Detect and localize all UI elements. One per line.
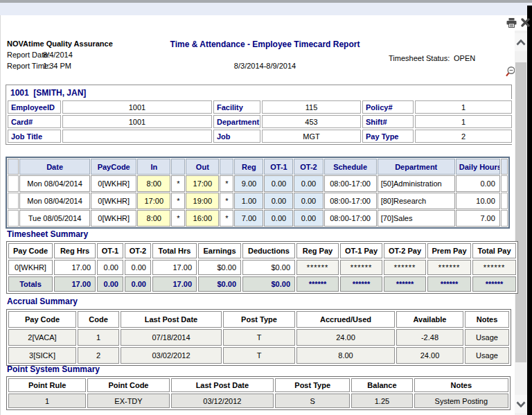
- ts-totals-label: Totals: [8, 276, 53, 292]
- ts-cell-ot2: 0.00: [125, 260, 151, 275]
- ts-header-prem-pay: Prem Pay: [427, 243, 471, 258]
- report-date-range: 8/3/2014-8/9/2014: [111, 62, 419, 70]
- ts-totals-reg-hrs: 17.00: [54, 276, 96, 292]
- department-value: 453: [262, 115, 361, 128]
- report-time-value: 1:34 PM: [43, 62, 71, 70]
- shift-label: Shift#: [362, 115, 414, 128]
- cell-daily-hours: 0.00: [456, 175, 500, 192]
- ac-cell-pay-code: 2[VACA]: [8, 329, 76, 346]
- timesheet-status-value: OPEN: [454, 54, 475, 62]
- facility-label: Facility: [213, 100, 260, 114]
- scroll-up-button[interactable]: [515, 33, 527, 51]
- ac-cell-available: 24.00: [396, 347, 463, 364]
- pt-cell-point-code: EX-TDY: [87, 394, 169, 408]
- timesheet-summary-table: Pay Code Reg Hrs OT-1 OT-2 Total Hrs Ear…: [6, 241, 518, 294]
- timesheet-summary-row: 0[WKHR] 17.00 0.00 0.00 17.00 $0.00 $0.0…: [8, 260, 516, 275]
- facility-value: 115: [262, 100, 361, 114]
- ac-cell-last-post-date: 03/02/2012: [121, 347, 222, 364]
- ts-cell-total-pay: ******: [472, 260, 516, 275]
- ts-header-earnings: Earnings: [198, 243, 241, 258]
- cell-in[interactable]: 8:00: [137, 175, 170, 192]
- cell-paycode: 0[WKHR]: [91, 210, 136, 227]
- employee-info-row: Card# 1001 Department 453 Shift# 1: [8, 115, 512, 128]
- ts-cell-total-hrs: 17.00: [152, 260, 197, 275]
- close-icon: [521, 18, 530, 29]
- ac-header-notes: Notes: [465, 311, 509, 328]
- point-summary-title: Point System Summary: [7, 364, 100, 374]
- scrollbar-thumb[interactable]: [515, 62, 526, 362]
- cell-blank: [501, 193, 508, 209]
- job-title-value: [62, 130, 212, 143]
- ts-header-deductions: Deductions: [242, 243, 295, 258]
- accrual-row: 3[SICK] 2 03/02/2012 T 8.00 24.00 Usage: [8, 347, 509, 364]
- cell-out-flag: *: [220, 175, 233, 192]
- cell-in-flag: *: [171, 210, 185, 227]
- employee-name-header: 1001 [SMITH, JAN]: [6, 85, 511, 99]
- policy-value: 1: [415, 100, 512, 114]
- cell-in[interactable]: 17:00: [137, 193, 170, 209]
- scroll-down-button[interactable]: [515, 395, 527, 413]
- cell-paycode: 0[WKHR]: [91, 193, 136, 209]
- pay-type-label: Pay Type: [362, 130, 414, 143]
- employee-info-row: EmployeeID 1001 Facility 115 Policy# 1: [8, 100, 512, 114]
- pt-cell-last-post-date: 03/12/2012: [171, 394, 274, 408]
- department-label: Department: [213, 115, 260, 128]
- cell-out-flag: *: [220, 193, 233, 209]
- timesheet-summary-header-row: Pay Code Reg Hrs OT-1 OT-2 Total Hrs Ear…: [8, 243, 516, 258]
- cell-out[interactable]: 19:00: [186, 193, 219, 209]
- ts-cell-ot2-pay: ******: [384, 260, 426, 275]
- timecard-header-blank: [8, 159, 19, 175]
- close-button[interactable]: [519, 17, 531, 30]
- ts-totals-prem-pay: ******: [427, 276, 471, 292]
- ac-header-accrued-used: Accrued/Used: [296, 311, 395, 328]
- cell-date: Tue 08/05/2014: [19, 210, 90, 227]
- ts-totals-ot2-pay: ******: [384, 276, 426, 292]
- cell-blank: [8, 175, 19, 192]
- job-label: Job: [213, 130, 260, 143]
- accrual-summary-section: Pay Code Code Last Post Date Post Type A…: [6, 309, 511, 366]
- cell-ot1: 0.00: [264, 210, 293, 227]
- print-icon: [506, 18, 517, 30]
- print-button[interactable]: [505, 17, 517, 30]
- cell-paycode: 0[WKHR]: [91, 175, 136, 192]
- cell-in[interactable]: 8:00: [137, 210, 170, 227]
- ts-cell-reg-hrs: 17.00: [54, 260, 96, 275]
- timecard-header-ot2: OT-2: [294, 159, 323, 175]
- ac-header-pay-code: Pay Code: [8, 311, 76, 328]
- ts-header-pay-code: Pay Code: [8, 243, 53, 258]
- shift-value: 1: [415, 115, 512, 128]
- accrual-summary-table: Pay Code Code Last Post Date Post Type A…: [6, 309, 511, 366]
- cell-date: Mon 08/04/2014: [19, 193, 90, 209]
- ac-header-last-post-date: Last Post Date: [121, 311, 222, 328]
- point-summary-section: Point Rule Point Code Last Post Date Pos…: [6, 376, 511, 410]
- cell-daily-hours: 10.00: [456, 193, 500, 209]
- cell-in-flag: *: [171, 193, 185, 209]
- timecard-row: Mon 08/04/2014 0[WKHR] 17:00 * 19:00 * 1…: [8, 193, 508, 209]
- timecard-row: Tue 08/05/2014 0[WKHR] 8:00 * 16:00 * 7.…: [8, 210, 508, 227]
- ts-totals-ot1-pay: ******: [340, 276, 382, 292]
- cell-out[interactable]: 16:00: [186, 210, 219, 227]
- employeeid-label: EmployeeID: [8, 100, 61, 114]
- cell-daily-hours: 7.00: [456, 210, 500, 227]
- cell-in-flag: *: [171, 175, 185, 192]
- cell-ot2: 0.00: [294, 210, 323, 227]
- job-title-label: Job Title: [8, 130, 61, 143]
- timecard-section: Date PayCode In Out Reg OT-1 OT-2 Schedu…: [6, 157, 510, 229]
- card-value: 1001: [62, 115, 212, 128]
- timecard-header-schedule: Schedule: [324, 159, 377, 175]
- timecard-header-row: Date PayCode In Out Reg OT-1 OT-2 Schedu…: [8, 159, 508, 175]
- cell-blank: [501, 175, 508, 192]
- ts-cell-reg-pay: ******: [296, 260, 339, 275]
- ts-totals-ot2: 0.00: [125, 276, 151, 292]
- ts-totals-ot1: 0.00: [97, 276, 123, 292]
- accrual-row: 2[VACA] 1 07/18/2014 T 24.00 -2.48 Usage: [8, 329, 509, 346]
- cell-out[interactable]: 17:00: [186, 175, 219, 192]
- employee-info-box: 1001 [SMITH, JAN] EmployeeID 1001 Facili…: [6, 85, 512, 145]
- point-header-row: Point Rule Point Code Last Post Date Pos…: [8, 378, 508, 392]
- window-title-bar: [0, 3, 532, 16]
- employee-info-row: Job Title Job MGT Pay Type 2: [8, 130, 512, 143]
- cell-reg: 7.00: [234, 210, 263, 227]
- ts-cell-ot1: 0.00: [97, 260, 123, 275]
- cell-reg: 9.00: [234, 175, 263, 192]
- ts-totals-deductions: $0.00: [242, 276, 295, 292]
